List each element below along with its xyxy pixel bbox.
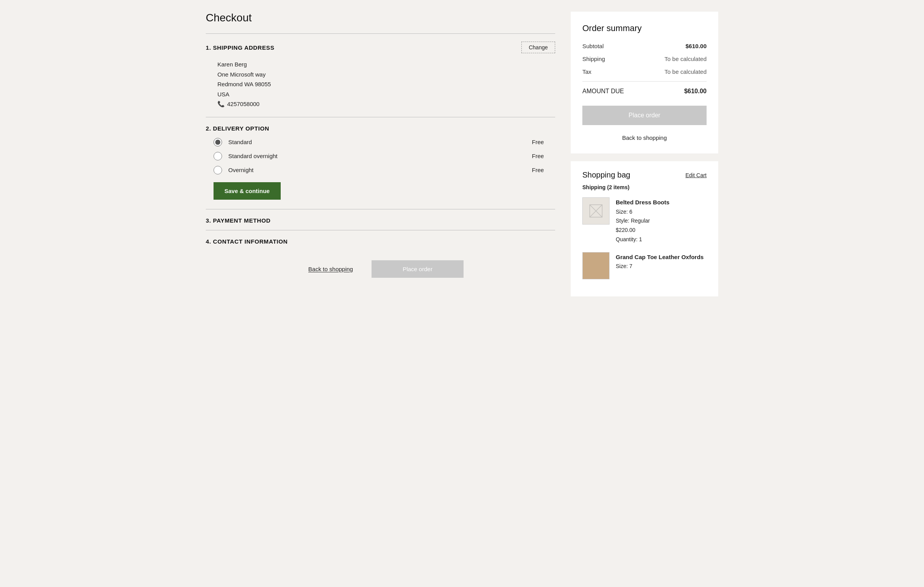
cart-item-boots-qty: Quantity: 1 [616, 235, 669, 244]
shipping-section-title: 1. SHIPPING ADDRESS [206, 44, 274, 51]
delivery-option-standard-overnight: Standard overnight Free [214, 152, 555, 160]
save-continue-button[interactable]: Save & continue [214, 182, 281, 200]
cart-item-boots-price: $220.00 [616, 226, 669, 235]
bottom-actions: Back to shopping Place order [206, 260, 555, 278]
shopping-bag-header: Shopping bag Edit Cart [582, 171, 707, 179]
section-divider-4 [206, 230, 555, 230]
payment-method-section: 3. PAYMENT METHOD [206, 217, 555, 224]
order-summary-card: Order summary Subtotal $610.00 Shipping … [571, 12, 718, 153]
delivery-price-overnight: Free [532, 167, 555, 173]
address-phone: 📞 4257058000 [217, 99, 555, 109]
payment-section-header: 3. PAYMENT METHOD [206, 217, 555, 224]
summary-subtotal-row: Subtotal $610.00 [582, 43, 707, 49]
back-to-shopping-bottom-button[interactable]: Back to shopping [297, 260, 364, 278]
cart-item-boots: Belted Dress Boots Size: 6 Style: Regula… [582, 197, 707, 244]
delivery-price-standard-overnight: Free [532, 153, 555, 159]
delivery-section-header: 2. DELIVERY OPTION [206, 125, 555, 132]
page-title: Checkout [206, 12, 555, 24]
summary-divider [582, 81, 707, 82]
amount-due-row: AMOUNT DUE $610.00 [582, 88, 707, 95]
subtotal-value: $610.00 [686, 43, 707, 49]
place-order-sidebar-button[interactable]: Place order [582, 106, 707, 125]
cart-item-boots-name: Belted Dress Boots [616, 197, 669, 207]
section-divider-top [206, 33, 555, 34]
subtotal-label: Subtotal [582, 43, 604, 49]
delivery-radio-standard-overnight[interactable] [214, 152, 222, 160]
address-country: USA [217, 89, 555, 99]
cart-item-oxfords: Grand Cap Toe Leather Oxfords Size: 7 [582, 252, 707, 279]
edit-cart-link[interactable]: Edit Cart [686, 172, 707, 178]
amount-due-value: $610.00 [684, 88, 707, 95]
payment-section-title: 3. PAYMENT METHOD [206, 217, 271, 224]
address-city-state-zip: Redmond WA 98055 [217, 79, 555, 89]
delivery-label-overnight[interactable]: Overnight [228, 167, 526, 173]
shipping-section-header: 1. SHIPPING ADDRESS Change [206, 42, 555, 53]
delivery-label-standard[interactable]: Standard [228, 139, 526, 145]
shipping-value: To be calculated [665, 56, 707, 62]
shipping-address-section: 1. SHIPPING ADDRESS Change Karen Berg On… [206, 42, 555, 109]
section-divider-2 [206, 117, 555, 117]
shopping-bag-card: Shopping bag Edit Cart Shipping (2 items… [571, 161, 718, 296]
phone-icon: 📞 [217, 99, 225, 109]
sidebar: Order summary Subtotal $610.00 Shipping … [571, 12, 718, 296]
back-to-shopping-sidebar-button[interactable]: Back to shopping [582, 131, 707, 144]
delivery-radio-standard[interactable] [214, 138, 222, 146]
change-address-button[interactable]: Change [521, 42, 555, 53]
delivery-option-overnight: Overnight Free [214, 166, 555, 174]
summary-tax-row: Tax To be calculated [582, 68, 707, 75]
main-content: Checkout 1. SHIPPING ADDRESS Change Kare… [206, 12, 555, 278]
delivery-radio-overnight[interactable] [214, 166, 222, 174]
cart-item-oxfords-image [582, 252, 610, 279]
section-divider-3 [206, 209, 555, 209]
place-order-bottom-button[interactable]: Place order [372, 260, 464, 278]
delivery-options-list: Standard Free Standard overnight Free Ov… [214, 138, 555, 174]
delivery-option-standard: Standard Free [214, 138, 555, 146]
cart-item-boots-size: Size: 6 [616, 207, 669, 217]
order-summary-title: Order summary [582, 23, 707, 33]
contact-section-title: 4. CONTACT INFORMATION [206, 238, 288, 245]
delivery-label-standard-overnight[interactable]: Standard overnight [228, 153, 526, 159]
delivery-price-standard: Free [532, 139, 555, 145]
tax-label: Tax [582, 68, 591, 75]
address-block: Karen Berg One Microsoft way Redmond WA … [217, 59, 555, 109]
cart-item-oxfords-size: Size: 7 [616, 262, 703, 271]
cart-item-boots-details: Belted Dress Boots Size: 6 Style: Regula… [616, 197, 669, 244]
image-placeholder-icon [589, 204, 603, 218]
shipping-label: Shipping [582, 56, 605, 62]
shopping-bag-title: Shopping bag [582, 171, 630, 179]
cart-item-boots-style: Style: Regular [616, 216, 669, 226]
shipping-items-label: Shipping (2 items) [582, 184, 707, 190]
delivery-section-title: 2. DELIVERY OPTION [206, 125, 269, 132]
contact-info-section: 4. CONTACT INFORMATION [206, 238, 555, 245]
tax-value: To be calculated [665, 68, 707, 75]
amount-due-label: AMOUNT DUE [582, 88, 624, 95]
address-name: Karen Berg [217, 59, 555, 70]
address-street: One Microsoft way [217, 70, 555, 80]
cart-item-boots-image [582, 197, 610, 225]
cart-item-oxfords-name: Grand Cap Toe Leather Oxfords [616, 252, 703, 262]
delivery-option-section: 2. DELIVERY OPTION Standard Free Standar… [206, 125, 555, 209]
cart-item-oxfords-details: Grand Cap Toe Leather Oxfords Size: 7 [616, 252, 703, 279]
contact-section-header: 4. CONTACT INFORMATION [206, 238, 555, 245]
summary-shipping-row: Shipping To be calculated [582, 56, 707, 62]
